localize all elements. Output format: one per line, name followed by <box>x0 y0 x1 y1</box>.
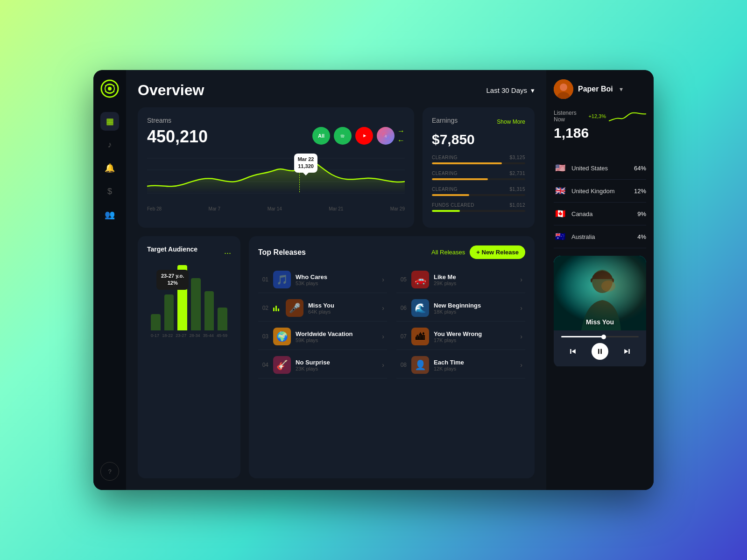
release-item-5[interactable]: 05 🚗 Like Me 29K plays › <box>396 266 525 293</box>
release-thumb-2: 🎤 <box>286 299 303 317</box>
chart-tooltip: Mar 22 11,320 <box>294 154 318 173</box>
releases-title: Top Releases <box>258 248 306 257</box>
sidebar-item-earnings[interactable]: $ <box>100 182 119 201</box>
date-filter-label: Last 30 Days <box>486 86 527 94</box>
chart-nav: → ← <box>397 127 405 144</box>
earning-label-1: CLEARING <box>432 155 458 160</box>
release-plays-7: 17K plays <box>434 337 515 343</box>
release-name-4: No Surprise <box>296 359 377 366</box>
chart-labels: Feb 28 Mar 7 Mar 14 Mar 21 Mar 29 <box>147 206 405 211</box>
svg-point-2 <box>108 87 112 91</box>
earning-row-4: FUNDS CLEARED $1,012 <box>432 203 525 212</box>
svg-rect-24 <box>600 349 602 354</box>
release-arrow-6: › <box>520 304 522 312</box>
release-item-6[interactable]: 06 🌊 New Beginnings 18K plays › <box>396 295 525 322</box>
listeners-header: Listeners Now +12,3% <box>554 109 646 123</box>
sidebar-item-users[interactable]: 👥 <box>100 205 119 224</box>
svg-point-19 <box>592 270 613 293</box>
top-row: Streams 450,210 All <box>138 107 535 228</box>
sidebar-item-help[interactable]: ? <box>100 462 119 481</box>
releases-header: Top Releases All Releases + New Release <box>258 245 525 259</box>
controls-row <box>561 343 639 360</box>
date-filter-button[interactable]: Last 30 Days ▾ <box>486 86 535 95</box>
release-arrow-7: › <box>520 333 522 340</box>
release-item-4[interactable]: 04 🎸 No Surprise 23K plays › <box>258 352 387 378</box>
progress-bar[interactable] <box>561 336 639 337</box>
release-item-1[interactable]: 01 🎵 Who Cares 53K plays › <box>258 266 387 293</box>
sidebar-item-music[interactable]: ♪ <box>100 135 119 154</box>
new-release-button[interactable]: + New Release <box>470 245 525 259</box>
app-logo[interactable] <box>100 79 119 98</box>
release-thumb-4: 🎸 <box>273 356 291 374</box>
play-pause-button[interactable] <box>592 343 608 360</box>
svg-point-20 <box>601 280 615 292</box>
release-name-2: Miss You <box>308 302 377 309</box>
country-item-us: 🇺🇸 United States 64% <box>554 157 646 180</box>
earning-label-4: FUNDS CLEARED <box>432 203 474 208</box>
uk-flag: 🇬🇧 <box>554 184 567 197</box>
prev-button[interactable] <box>568 347 578 356</box>
release-item-3[interactable]: 03 🌍 Worldwide Vacation 59K plays › <box>258 323 387 350</box>
sidebar-item-notifications[interactable]: 🔔 <box>100 159 119 177</box>
country-us-name: United States <box>571 165 629 172</box>
streams-label: Streams <box>147 117 405 124</box>
earning-amount-3: $1,315 <box>509 187 525 192</box>
next-button[interactable] <box>622 347 632 356</box>
playing-indicator <box>273 305 279 311</box>
release-plays-8: 12K plays <box>434 366 515 371</box>
bottom-row: Target Audience ··· 23-27 y.o. 12% <box>138 236 535 478</box>
release-thumb-7: 🏙 <box>411 328 429 345</box>
platform-apple-music[interactable]: ♫ <box>377 127 395 145</box>
platform-spotify[interactable] <box>334 127 352 145</box>
audience-card: Target Audience ··· 23-27 y.o. 12% <box>138 236 240 478</box>
streams-line-chart <box>147 151 405 203</box>
tab-all-releases[interactable]: All Releases <box>431 249 465 256</box>
svg-point-16 <box>560 84 567 91</box>
platform-all[interactable]: All <box>312 127 330 145</box>
artist-header: Paper Boi ▾ <box>554 79 646 99</box>
dots-menu-icon[interactable]: ··· <box>224 248 231 258</box>
release-item-2[interactable]: 02 🎤 Miss You 64K plays › <box>258 295 387 322</box>
bar-chart: 23-27 y.o. 12% <box>147 265 231 330</box>
streams-header: 450,210 All ♫ <box>147 127 405 147</box>
audience-tooltip: 23-27 y.o. 12% <box>156 270 189 290</box>
country-uk-name: United Kingdom <box>571 188 629 195</box>
release-arrow-1: › <box>382 276 384 283</box>
streams-card: Streams 450,210 All <box>138 107 414 228</box>
release-arrow-8: › <box>520 361 522 369</box>
show-more-button[interactable]: Show More <box>497 119 525 125</box>
platform-youtube[interactable] <box>355 127 373 145</box>
release-thumb-3: 🌍 <box>273 328 291 345</box>
chart-next-icon[interactable]: → <box>397 127 405 135</box>
release-arrow-5: › <box>520 276 522 283</box>
now-playing-card: Miss You <box>554 256 646 368</box>
listeners-value: 1,186 <box>554 125 646 141</box>
chart-label-mar29: Mar 29 <box>390 206 405 211</box>
country-au-pct: 4% <box>637 233 646 240</box>
right-panel: Paper Boi ▾ Listeners Now +12,3% 1,186 <box>546 70 654 490</box>
audience-tooltip-label: 23-27 y.o. <box>161 273 184 280</box>
country-ca-pct: 9% <box>637 210 646 217</box>
earnings-header: Earnings Show More <box>432 117 525 127</box>
listeners-trend: +12,3% <box>588 113 606 119</box>
release-item-7[interactable]: 07 🏙 You Were Wrong 17K plays › <box>396 323 525 350</box>
release-plays-4: 23K plays <box>296 366 377 371</box>
releases-grid: 01 🎵 Who Cares 53K plays › 05 🚗 Lik <box>258 266 525 378</box>
release-arrow-3: › <box>382 333 384 340</box>
chart-prev-icon[interactable]: ← <box>397 137 405 144</box>
release-plays-3: 59K plays <box>296 337 377 343</box>
sidebar: ▦ ♪ 🔔 $ 👥 ? <box>93 70 126 490</box>
artist-dropdown-icon[interactable]: ▾ <box>620 85 623 93</box>
progress-dot <box>601 335 606 339</box>
release-item-8[interactable]: 08 👤 Each Time 12K plays › <box>396 352 525 378</box>
earning-amount-1: $3,125 <box>509 155 525 160</box>
sidebar-item-analytics[interactable]: ▦ <box>100 112 119 131</box>
streams-value: 450,210 <box>147 127 208 147</box>
au-flag: 🇦🇺 <box>554 230 567 243</box>
release-name-3: Worldwide Vacation <box>296 330 377 337</box>
release-thumb-6: 🌊 <box>411 299 429 317</box>
artist-name: Paper Boi <box>578 85 613 93</box>
app-container: ▦ ♪ 🔔 $ 👥 ? Overview Last 30 Days ▾ Stre… <box>93 70 654 490</box>
release-plays-5: 29K plays <box>434 280 515 286</box>
bar-35-44 <box>204 265 214 330</box>
